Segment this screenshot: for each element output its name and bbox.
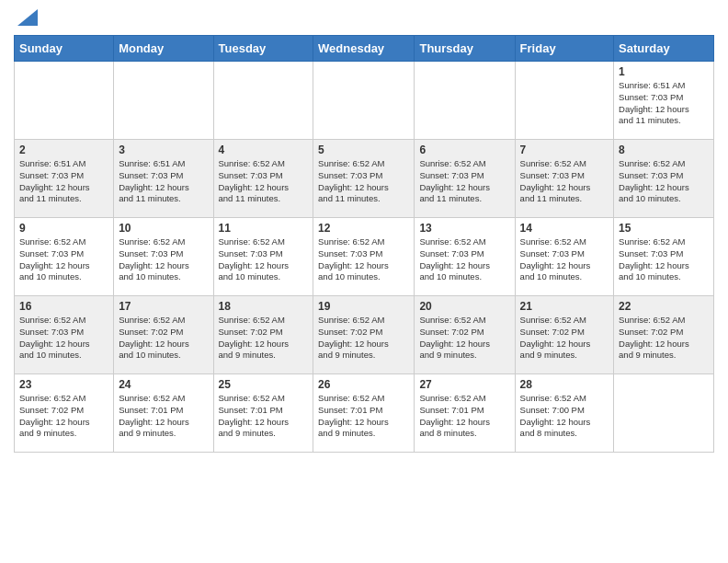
- day-info: Sunrise: 6:52 AM Sunset: 7:02 PM Dayligh…: [419, 315, 509, 362]
- day-info: Sunrise: 6:51 AM Sunset: 7:03 PM Dayligh…: [119, 158, 208, 205]
- calendar-day-cell: 13Sunrise: 6:52 AM Sunset: 7:03 PM Dayli…: [415, 218, 515, 296]
- day-number: 5: [318, 144, 409, 156]
- calendar-day-cell: [313, 62, 415, 140]
- day-number: 11: [219, 222, 309, 235]
- day-info: Sunrise: 6:52 AM Sunset: 7:03 PM Dayligh…: [419, 158, 509, 205]
- day-info: Sunrise: 6:51 AM Sunset: 7:03 PM Dayligh…: [19, 158, 108, 205]
- day-number: 25: [219, 378, 309, 391]
- calendar-day-cell: 24Sunrise: 6:52 AM Sunset: 7:01 PM Dayli…: [114, 374, 213, 453]
- header: [14, 9, 714, 28]
- weekday-header-tuesday: Tuesday: [213, 36, 313, 62]
- calendar-table: SundayMondayTuesdayWednesdayThursdayFrid…: [14, 35, 714, 453]
- calendar-day-cell: 25Sunrise: 6:52 AM Sunset: 7:01 PM Dayli…: [213, 374, 313, 453]
- svg-marker-0: [17, 9, 38, 26]
- day-number: 14: [520, 222, 609, 235]
- calendar-day-cell: 20Sunrise: 6:52 AM Sunset: 7:02 PM Dayli…: [415, 296, 515, 374]
- day-info: Sunrise: 6:52 AM Sunset: 7:03 PM Dayligh…: [619, 158, 709, 205]
- logo-triangle-icon: [17, 9, 38, 26]
- day-number: 18: [219, 300, 309, 313]
- day-info: Sunrise: 6:52 AM Sunset: 7:03 PM Dayligh…: [19, 236, 108, 283]
- day-info: Sunrise: 6:52 AM Sunset: 7:03 PM Dayligh…: [619, 236, 709, 283]
- weekday-header-monday: Monday: [114, 36, 213, 62]
- day-number: 21: [520, 300, 609, 313]
- calendar-day-cell: [114, 62, 213, 140]
- calendar-day-cell: 18Sunrise: 6:52 AM Sunset: 7:02 PM Dayli…: [213, 296, 313, 374]
- calendar-day-cell: 28Sunrise: 6:52 AM Sunset: 7:00 PM Dayli…: [515, 374, 613, 453]
- page: SundayMondayTuesdayWednesdayThursdayFrid…: [0, 0, 728, 462]
- weekday-header-friday: Friday: [515, 36, 613, 62]
- calendar-day-cell: 12Sunrise: 6:52 AM Sunset: 7:03 PM Dayli…: [313, 218, 415, 296]
- day-number: 16: [19, 300, 108, 313]
- calendar-day-cell: 9Sunrise: 6:52 AM Sunset: 7:03 PM Daylig…: [15, 218, 114, 296]
- calendar-day-cell: 23Sunrise: 6:52 AM Sunset: 7:02 PM Dayli…: [15, 374, 114, 453]
- day-number: 13: [419, 222, 509, 235]
- day-info: Sunrise: 6:52 AM Sunset: 7:02 PM Dayligh…: [619, 315, 709, 362]
- calendar-day-cell: 4Sunrise: 6:52 AM Sunset: 7:03 PM Daylig…: [213, 140, 313, 218]
- day-info: Sunrise: 6:52 AM Sunset: 7:03 PM Dayligh…: [419, 236, 509, 283]
- calendar-day-cell: 3Sunrise: 6:51 AM Sunset: 7:03 PM Daylig…: [114, 140, 213, 218]
- day-number: 12: [318, 222, 409, 235]
- calendar-week-row: 2Sunrise: 6:51 AM Sunset: 7:03 PM Daylig…: [15, 140, 714, 218]
- weekday-header-wednesday: Wednesday: [313, 36, 415, 62]
- calendar-day-cell: 21Sunrise: 6:52 AM Sunset: 7:02 PM Dayli…: [515, 296, 613, 374]
- day-number: 28: [520, 378, 609, 391]
- day-number: 26: [318, 378, 409, 391]
- day-info: Sunrise: 6:52 AM Sunset: 7:03 PM Dayligh…: [219, 236, 309, 283]
- day-number: 23: [19, 378, 108, 391]
- weekday-header-saturday: Saturday: [614, 36, 714, 62]
- day-number: 17: [119, 300, 208, 313]
- calendar-day-cell: 8Sunrise: 6:52 AM Sunset: 7:03 PM Daylig…: [614, 140, 714, 218]
- calendar-day-cell: 16Sunrise: 6:52 AM Sunset: 7:03 PM Dayli…: [15, 296, 114, 374]
- day-info: Sunrise: 6:52 AM Sunset: 7:00 PM Dayligh…: [520, 393, 609, 440]
- calendar-day-cell: 27Sunrise: 6:52 AM Sunset: 7:01 PM Dayli…: [415, 374, 515, 453]
- day-info: Sunrise: 6:51 AM Sunset: 7:03 PM Dayligh…: [619, 80, 709, 127]
- day-info: Sunrise: 6:52 AM Sunset: 7:02 PM Dayligh…: [19, 393, 108, 440]
- day-number: 8: [619, 144, 709, 156]
- day-info: Sunrise: 6:52 AM Sunset: 7:02 PM Dayligh…: [219, 315, 309, 362]
- day-info: Sunrise: 6:52 AM Sunset: 7:03 PM Dayligh…: [119, 236, 208, 283]
- day-info: Sunrise: 6:52 AM Sunset: 7:02 PM Dayligh…: [318, 315, 409, 362]
- day-number: 10: [119, 222, 208, 235]
- day-info: Sunrise: 6:52 AM Sunset: 7:03 PM Dayligh…: [19, 315, 108, 362]
- calendar-day-cell: 14Sunrise: 6:52 AM Sunset: 7:03 PM Dayli…: [515, 218, 613, 296]
- day-info: Sunrise: 6:52 AM Sunset: 7:03 PM Dayligh…: [318, 236, 409, 283]
- day-number: 3: [119, 144, 208, 156]
- day-number: 4: [219, 144, 309, 156]
- day-number: 22: [619, 300, 709, 313]
- day-number: 7: [520, 144, 609, 156]
- day-info: Sunrise: 6:52 AM Sunset: 7:01 PM Dayligh…: [219, 393, 309, 440]
- day-info: Sunrise: 6:52 AM Sunset: 7:01 PM Dayligh…: [318, 393, 409, 440]
- day-info: Sunrise: 6:52 AM Sunset: 7:03 PM Dayligh…: [520, 236, 609, 283]
- day-info: Sunrise: 6:52 AM Sunset: 7:01 PM Dayligh…: [419, 393, 509, 440]
- calendar-week-row: 9Sunrise: 6:52 AM Sunset: 7:03 PM Daylig…: [15, 218, 714, 296]
- calendar-day-cell: 1Sunrise: 6:51 AM Sunset: 7:03 PM Daylig…: [614, 62, 714, 140]
- day-info: Sunrise: 6:52 AM Sunset: 7:03 PM Dayligh…: [219, 158, 309, 205]
- day-number: 9: [19, 222, 108, 235]
- day-number: 2: [19, 144, 108, 156]
- day-number: 6: [419, 144, 509, 156]
- day-info: Sunrise: 6:52 AM Sunset: 7:02 PM Dayligh…: [119, 315, 208, 362]
- calendar-day-cell: 6Sunrise: 6:52 AM Sunset: 7:03 PM Daylig…: [415, 140, 515, 218]
- day-number: 27: [419, 378, 509, 391]
- calendar-day-cell: 22Sunrise: 6:52 AM Sunset: 7:02 PM Dayli…: [614, 296, 714, 374]
- weekday-header-sunday: Sunday: [15, 36, 114, 62]
- calendar-day-cell: [614, 374, 714, 453]
- calendar-day-cell: 26Sunrise: 6:52 AM Sunset: 7:01 PM Dayli…: [313, 374, 415, 453]
- calendar-day-cell: [515, 62, 613, 140]
- calendar-week-row: 23Sunrise: 6:52 AM Sunset: 7:02 PM Dayli…: [15, 374, 714, 453]
- calendar-day-cell: 2Sunrise: 6:51 AM Sunset: 7:03 PM Daylig…: [15, 140, 114, 218]
- day-info: Sunrise: 6:52 AM Sunset: 7:02 PM Dayligh…: [520, 315, 609, 362]
- calendar-day-cell: 19Sunrise: 6:52 AM Sunset: 7:02 PM Dayli…: [313, 296, 415, 374]
- day-info: Sunrise: 6:52 AM Sunset: 7:03 PM Dayligh…: [520, 158, 609, 205]
- calendar-week-row: 1Sunrise: 6:51 AM Sunset: 7:03 PM Daylig…: [15, 62, 714, 140]
- calendar-header-row: SundayMondayTuesdayWednesdayThursdayFrid…: [15, 36, 714, 62]
- calendar-day-cell: [15, 62, 114, 140]
- calendar-day-cell: 17Sunrise: 6:52 AM Sunset: 7:02 PM Dayli…: [114, 296, 213, 374]
- day-number: 1: [619, 65, 709, 78]
- calendar-day-cell: 7Sunrise: 6:52 AM Sunset: 7:03 PM Daylig…: [515, 140, 613, 218]
- calendar-day-cell: 15Sunrise: 6:52 AM Sunset: 7:03 PM Dayli…: [614, 218, 714, 296]
- calendar-day-cell: 11Sunrise: 6:52 AM Sunset: 7:03 PM Dayli…: [213, 218, 313, 296]
- calendar-day-cell: 10Sunrise: 6:52 AM Sunset: 7:03 PM Dayli…: [114, 218, 213, 296]
- day-info: Sunrise: 6:52 AM Sunset: 7:03 PM Dayligh…: [318, 158, 409, 205]
- calendar-day-cell: 5Sunrise: 6:52 AM Sunset: 7:03 PM Daylig…: [313, 140, 415, 218]
